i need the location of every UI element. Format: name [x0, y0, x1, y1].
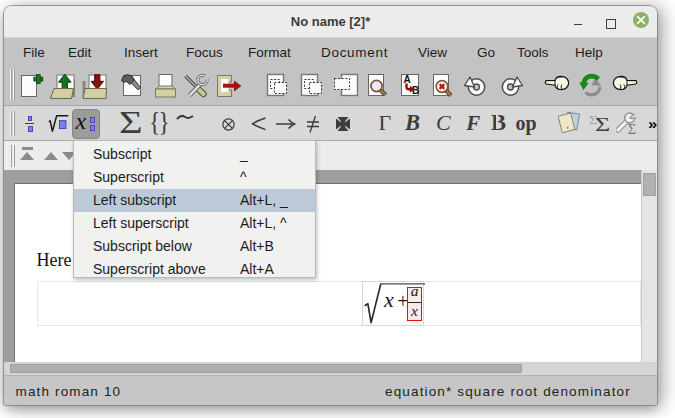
svg-text:A: A	[404, 74, 411, 85]
